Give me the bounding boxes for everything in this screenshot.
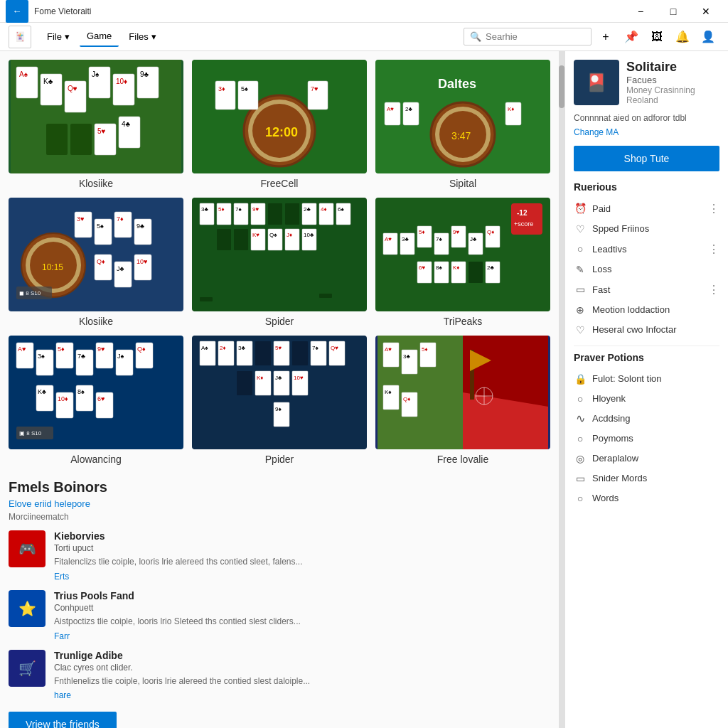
- app-list: 🎮 Kieborvies Torti upuct Fitalenclizs tl…: [9, 530, 550, 700]
- sidebar-game-thumb-icon: 🎴: [586, 73, 607, 92]
- notification-button[interactable]: 🔔: [671, 26, 694, 48]
- svg-text:4♦: 4♦: [321, 206, 327, 213]
- svg-rect-154: [292, 341, 308, 365]
- sidebar-item-words[interactable]: ○ Words: [574, 488, 719, 508]
- sidebar-item-hloyenk[interactable]: ○ Hloyenk: [574, 389, 719, 409]
- sidebar-item-poymoms[interactable]: ○ Poymoms: [574, 429, 719, 449]
- photo-button[interactable]: 🖼: [646, 26, 668, 48]
- more-icon-lead[interactable]: ⋮: [708, 242, 719, 256]
- svg-text:A♥: A♥: [18, 346, 26, 353]
- svg-text:12:00: 12:00: [265, 125, 298, 139]
- app-name-trius: Trius Pools Fand: [54, 590, 550, 601]
- app-item-trius[interactable]: ⭐ Trius Pools Fand Conhpuett Aistpoctizs…: [9, 590, 550, 641]
- game-card-ppider[interactable]: A♠ 2♦ 3♣ 5♥ 7♠ Q♥: [192, 336, 367, 465]
- scroll-thumb[interactable]: [559, 65, 564, 108]
- add-button[interactable]: +: [594, 26, 617, 48]
- svg-text:J♦: J♦: [287, 232, 292, 238]
- pencil-icon: ✎: [574, 263, 587, 276]
- svg-text:2♦: 2♦: [220, 345, 226, 351]
- account-button[interactable]: 👤: [697, 26, 719, 48]
- game-card-alowancing[interactable]: A♥ 3♠ 5♦ 7♣ 9♥ J♠ Q♦ K♣: [9, 336, 183, 465]
- svg-rect-81: [234, 229, 248, 250]
- right-sidebar: 🎴 Solitaire Facues Money Crasinning Reol…: [564, 51, 728, 728]
- sidebar-item-fast[interactable]: ▭ Fast ⋮: [574, 279, 719, 300]
- sidebar-game-thumb: 🎴: [574, 60, 619, 105]
- minimize-button[interactable]: −: [624, 0, 657, 23]
- sidebar-item-heseral[interactable]: ♡ Heseral cwo Infoctar: [574, 320, 719, 340]
- shop-button[interactable]: Shop Tute: [574, 146, 719, 171]
- game-card-freecell[interactable]: 12:00 3♦ 5♠ 7♥ FreeCell: [192, 60, 367, 189]
- sidebar-header: 🎴 Solitaire Facues Money Crasinning Reol…: [574, 60, 719, 105]
- sidebar-item-fulot[interactable]: 🔒 Fulot: Solont tion: [574, 369, 719, 389]
- maximize-button[interactable]: □: [657, 0, 690, 23]
- game-card-spider[interactable]: 3♣ 5♦ 7♠ 9♥ 2♣ 4♦ 6♠: [192, 198, 367, 327]
- menu-files[interactable]: Files ▾: [122, 27, 163, 46]
- app-link-trunlige[interactable]: hare: [54, 690, 71, 700]
- menu-files-label: Files: [129, 31, 148, 42]
- sidebar-item-meotion[interactable]: ⊕ Meotion loddaction: [574, 300, 719, 320]
- app-icon-kieborvies: 🎮: [9, 530, 46, 567]
- svg-text:6♠: 6♠: [338, 206, 344, 213]
- app-icon-glyph-kieborvies: 🎮: [18, 540, 36, 557]
- sidebar-item-loss-label: Loss: [592, 264, 611, 274]
- menu-file[interactable]: File ▾: [40, 27, 77, 46]
- svg-text:5♥: 5♥: [275, 345, 282, 351]
- app-link-kieborvies[interactable]: Erts: [54, 572, 69, 582]
- section-subtitle[interactable]: Elove eriid helepore: [9, 498, 550, 509]
- menu-game-label: Game: [87, 31, 112, 41]
- svg-text:7♠: 7♠: [436, 236, 442, 242]
- svg-text:4♣: 4♣: [122, 120, 131, 128]
- svg-text:+score: +score: [514, 220, 533, 228]
- left-content: A♠ K♣ Q♥ J♠ 10♦ 9♣ 5♥: [0, 51, 559, 728]
- svg-text:10♦: 10♦: [58, 395, 68, 402]
- sidebar-item-acddsing[interactable]: ∿ Acddsing: [574, 409, 719, 429]
- rect-icon: ▭: [574, 283, 587, 296]
- sidebar-praver-list: 🔒 Fulot: Solont tion ○ Hloyenk ∿ Acddsin…: [574, 369, 719, 508]
- game-label-klosiike2: Klosiike: [79, 316, 113, 327]
- sidebar-game-sub: Facues: [626, 75, 719, 85]
- game-card-sipital[interactable]: Daltes 3:47 A♥ 2♣ K♦ Sipital: [375, 60, 550, 189]
- svg-text:5♦: 5♦: [218, 206, 225, 213]
- svg-text:10♣: 10♣: [304, 232, 314, 238]
- scroll-bar[interactable]: [559, 51, 564, 728]
- sidebar-item-fulot-label: Fulot: Solont tion: [592, 373, 662, 384]
- svg-text:7♣: 7♣: [77, 353, 85, 360]
- sidebar-desc2[interactable]: Change MA: [574, 127, 719, 137]
- sidebar-item-loss[interactable]: ✎ Loss: [574, 259, 719, 279]
- app-icon-glyph-trius: ⭐: [18, 600, 36, 617]
- title-bar: ← Fome Vietoraiti − □ ✕: [0, 0, 728, 23]
- sidebar-item-speed[interactable]: ♡ Spped Friinos: [574, 219, 719, 239]
- game-card-freelovalie[interactable]: A♥ 3♣ 5♦ K♠ Q♦ Free lovalie: [375, 336, 550, 465]
- game-card-klosiike2[interactable]: 10:15 3♥ 5♠ 7♦ 9♣ Q♦ J♣ 1: [9, 198, 183, 327]
- circle-icon-poy: ○: [574, 432, 587, 445]
- sidebar-item-leadtivs[interactable]: ○ Leadtivs ⋮: [574, 239, 719, 259]
- more-icon-fast[interactable]: ⋮: [708, 283, 719, 296]
- svg-text:5♥: 5♥: [97, 127, 106, 135]
- svg-rect-80: [217, 229, 231, 250]
- sidebar-item-paid[interactable]: ⏰ Paid ⋮: [574, 198, 719, 219]
- sidebar-item-snider-mords[interactable]: ▭ Snider Mords: [574, 469, 719, 488]
- globe-icon: ⊕: [574, 304, 587, 316]
- app-item-trunlige[interactable]: 🛒 Trunlige Adibe Clac cyres ont clider. …: [9, 650, 550, 701]
- menu-files-chevron: ▾: [151, 31, 156, 42]
- search-box[interactable]: 🔍: [464, 28, 592, 46]
- more-icon-paid[interactable]: ⋮: [708, 202, 719, 215]
- heart-icon-speed: ♡: [574, 223, 587, 235]
- menu-actions: + 📌 🖼: [594, 26, 668, 48]
- close-button[interactable]: ✕: [690, 0, 722, 23]
- back-button[interactable]: ←: [6, 0, 28, 23]
- menu-game[interactable]: Game: [80, 26, 119, 47]
- svg-text:6♥: 6♥: [97, 395, 105, 402]
- app-item-kieborvies[interactable]: 🎮 Kieborvies Torti upuct Fitalenclizs tl…: [9, 530, 550, 582]
- svg-text:A♠: A♠: [201, 345, 208, 351]
- app-link-trius[interactable]: Farr: [54, 631, 70, 641]
- pin-button[interactable]: 📌: [620, 26, 643, 48]
- view-friends-button[interactable]: Vriew the friends: [9, 712, 117, 728]
- search-input[interactable]: [486, 31, 578, 42]
- sidebar-item-deraplalow[interactable]: ◎ Deraplalow: [574, 449, 719, 469]
- game-card-tripeaks[interactable]: -12 +score A♥ 3♣ 5♦ 7♠ 9♥ J♣: [375, 198, 550, 327]
- sidebar-features-list: ⏰ Paid ⋮ ♡ Spped Friinos ○ Leadtivs ⋮ ✎ …: [574, 198, 719, 340]
- lock-icon: 🔒: [574, 373, 587, 385]
- sidebar-item-snider-mords-label: Snider Mords: [592, 473, 647, 483]
- game-card-klosiike1[interactable]: A♠ K♣ Q♥ J♠ 10♦ 9♣ 5♥: [9, 60, 183, 189]
